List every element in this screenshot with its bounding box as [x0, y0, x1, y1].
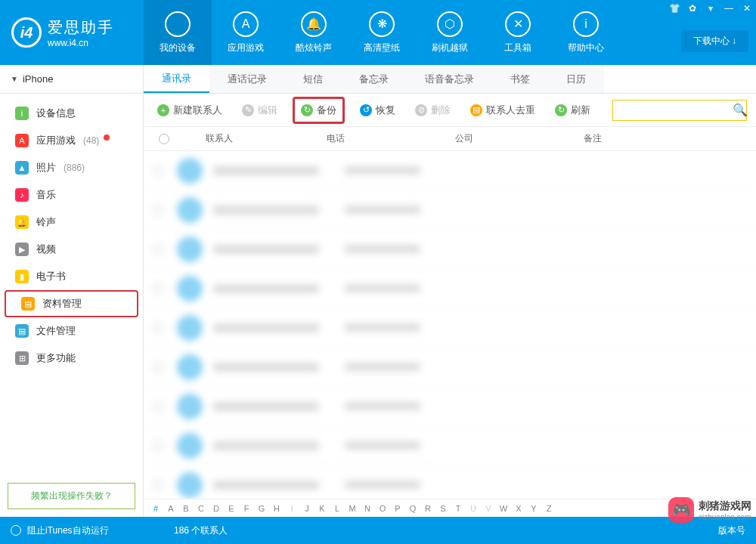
tab-6[interactable]: 日历: [548, 65, 604, 93]
nav-4[interactable]: ⬡刷机越狱: [416, 0, 484, 65]
nav-3[interactable]: ❋高清壁纸: [348, 0, 416, 65]
sidebar-icon: ▮: [15, 270, 29, 283]
contact-phone: [345, 166, 420, 175]
row-checkbox[interactable]: [153, 283, 163, 294]
alpha-A[interactable]: A: [165, 504, 177, 513]
tab-0[interactable]: 通讯录: [144, 65, 209, 93]
row-checkbox[interactable]: [153, 323, 163, 333]
sidebar-item-4[interactable]: 🔔铃声: [0, 209, 143, 236]
avatar: [177, 158, 203, 184]
sidebar-label: 设备信息: [36, 107, 76, 120]
sidebar-item-3[interactable]: ♪音乐: [0, 181, 143, 209]
row-checkbox[interactable]: [153, 362, 163, 372]
alpha-O[interactable]: O: [376, 504, 389, 513]
sidebar-item-8[interactable]: ▤文件管理: [0, 317, 143, 345]
table-row[interactable]: [144, 269, 756, 308]
alpha-Y[interactable]: Y: [528, 504, 540, 513]
alpha-Z[interactable]: Z: [543, 504, 555, 513]
alpha-N[interactable]: N: [361, 504, 373, 513]
alpha-G[interactable]: G: [256, 504, 268, 513]
nav-1[interactable]: A应用游戏: [212, 0, 280, 65]
nav-6[interactable]: i帮助中心: [552, 0, 620, 65]
table-row[interactable]: [144, 426, 756, 465]
alpha-K[interactable]: K: [316, 504, 328, 513]
nav-5[interactable]: ✕工具箱: [484, 0, 552, 65]
alpha-R[interactable]: R: [422, 504, 434, 513]
alpha-V[interactable]: V: [482, 504, 494, 513]
action-label: 新建联系人: [173, 104, 222, 117]
alpha-H[interactable]: H: [271, 504, 283, 513]
nav-2[interactable]: 🔔酷炫铃声: [280, 0, 348, 65]
alpha-T[interactable]: T: [452, 504, 464, 513]
alpha-X[interactable]: X: [513, 504, 525, 513]
action-1: ✎编辑: [237, 100, 282, 120]
nav-0[interactable]: 我的设备: [144, 0, 212, 65]
alpha-B[interactable]: B: [180, 504, 192, 513]
alpha-#[interactable]: #: [150, 504, 162, 513]
nav-icon: ❋: [369, 11, 395, 37]
table-row[interactable]: [144, 190, 756, 230]
sidebar-item-0[interactable]: i设备信息: [0, 100, 143, 127]
alpha-Q[interactable]: Q: [407, 504, 419, 513]
sidebar-count: (48): [83, 135, 99, 146]
sidebar-item-5[interactable]: ▶视频: [0, 236, 143, 263]
sidebar-label: 照片: [36, 161, 56, 175]
theme-button[interactable]: ▾: [702, 0, 720, 17]
row-checkbox[interactable]: [153, 205, 163, 215]
action-0[interactable]: +新建联系人: [153, 100, 227, 120]
tab-4[interactable]: 语音备忘录: [407, 65, 492, 93]
table-row[interactable]: [144, 387, 756, 426]
close-button[interactable]: ✕: [738, 0, 756, 17]
download-center-button[interactable]: 下载中心 ↓: [681, 30, 748, 52]
table-row[interactable]: [144, 151, 756, 190]
action-3[interactable]: ↺恢复: [355, 100, 400, 120]
alpha-U[interactable]: U: [467, 504, 479, 513]
toolbar: +新建联系人✎编辑↻备份↺恢复⊘删除▤联系人去重↻刷新🔍: [144, 94, 756, 127]
row-checkbox[interactable]: [153, 440, 163, 451]
tab-1[interactable]: 通话记录: [209, 65, 285, 93]
alpha-L[interactable]: L: [331, 504, 343, 513]
settings-button[interactable]: ✿: [683, 0, 702, 17]
sidebar-item-7[interactable]: ▤资料管理: [5, 290, 138, 317]
sidebar-item-9[interactable]: ⊞更多功能: [0, 345, 143, 372]
table-row[interactable]: [144, 230, 756, 269]
itunes-toggle[interactable]: 阻止iTunes自动运行: [11, 524, 109, 537]
alpha-M[interactable]: M: [346, 504, 358, 513]
search-box[interactable]: 🔍: [612, 100, 747, 121]
sidebar-item-2[interactable]: ▲照片(886): [0, 154, 143, 181]
sidebar-label: 文件管理: [36, 324, 76, 338]
alpha-F[interactable]: F: [240, 504, 253, 513]
search-input[interactable]: [619, 105, 733, 116]
table-row[interactable]: [144, 348, 756, 387]
row-checkbox[interactable]: [153, 401, 163, 412]
sidebar-item-6[interactable]: ▮电子书: [0, 263, 143, 290]
select-all-checkbox[interactable]: [159, 134, 169, 144]
tab-2[interactable]: 短信: [285, 65, 341, 93]
action-5[interactable]: ▤联系人去重: [466, 100, 540, 120]
table-row[interactable]: [144, 465, 756, 499]
sidebar-item-1[interactable]: A应用游戏(48): [0, 127, 143, 154]
alpha-C[interactable]: C: [195, 504, 207, 513]
alpha-W[interactable]: W: [497, 504, 510, 513]
action-2[interactable]: ↻备份: [293, 97, 345, 124]
alpha-J[interactable]: J: [301, 504, 313, 513]
alpha-P[interactable]: P: [392, 504, 404, 513]
minimize-button[interactable]: —: [720, 0, 738, 17]
main-panel: 通讯录通话记录短信备忘录语音备忘录书签日历 +新建联系人✎编辑↻备份↺恢复⊘删除…: [144, 65, 756, 517]
brand-name: 爱思助手: [48, 17, 114, 38]
alpha-I[interactable]: I: [286, 504, 298, 513]
row-checkbox[interactable]: [153, 244, 163, 255]
tab-5[interactable]: 书签: [492, 65, 548, 93]
skin-button[interactable]: 👕: [665, 0, 683, 17]
device-selector[interactable]: ▼ iPhone: [0, 65, 143, 94]
faq-link[interactable]: 频繁出现操作失败？: [8, 483, 135, 509]
alpha-S[interactable]: S: [437, 504, 449, 513]
action-6[interactable]: ↻刷新: [550, 100, 595, 120]
alpha-D[interactable]: D: [210, 504, 222, 513]
tab-3[interactable]: 备忘录: [341, 65, 407, 93]
alpha-E[interactable]: E: [225, 504, 237, 513]
search-icon[interactable]: 🔍: [733, 103, 748, 117]
table-row[interactable]: [144, 308, 756, 348]
row-checkbox[interactable]: [153, 480, 163, 490]
row-checkbox[interactable]: [153, 165, 163, 176]
